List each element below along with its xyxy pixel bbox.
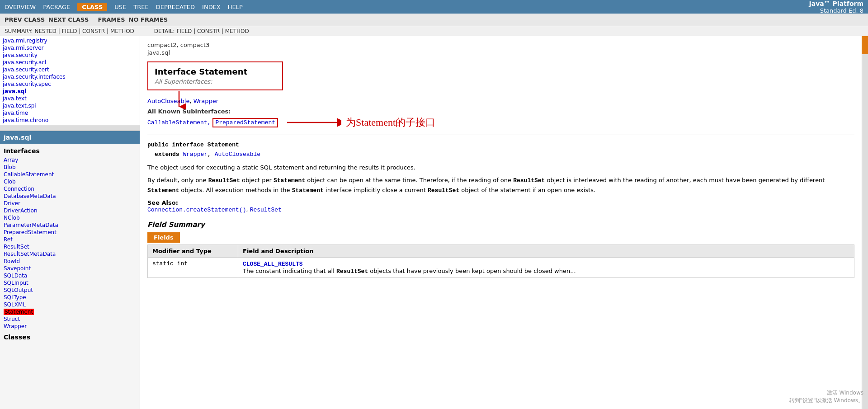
platform-main-title: Java™ Platform xyxy=(809,0,863,7)
sidebar-item-resultsetmetadata[interactable]: ResultSetMetaData xyxy=(4,250,136,258)
callablestatement-text: CallableStatement, xyxy=(147,119,211,126)
top-navigation: OVERVIEW PACKAGE CLASS USE TREE DEPRECAT… xyxy=(0,0,868,14)
nav-tree[interactable]: TREE xyxy=(133,4,148,10)
subinterfaces-content: CallableStatement, PreparedStatement xyxy=(147,118,278,127)
preparedstatement-boxed: PreparedStatement xyxy=(212,118,278,127)
sidebar-bottom: java.sql Interfaces Array Blob CallableS… xyxy=(0,131,140,409)
sidebar-item-blob[interactable]: Blob xyxy=(4,164,136,171)
sidebar-item-connection[interactable]: Connection xyxy=(4,185,136,193)
sidebar-item-clob[interactable]: Clob xyxy=(4,178,136,185)
package-list-item[interactable]: java.security.cert xyxy=(0,66,140,73)
right-arrow-icon xyxy=(287,116,341,129)
nav-class-active[interactable]: CLASS xyxy=(77,3,107,11)
package-list-item[interactable]: java.security.interfaces xyxy=(0,73,140,80)
interface-box: Interface Statement All Superinterfaces: xyxy=(147,61,283,90)
no-frames-link[interactable]: NO FRAMES xyxy=(129,16,168,23)
sidebar-item-statement[interactable]: Statement xyxy=(4,308,136,315)
summary-bar: SUMMARY: NESTED | FIELD | CONSTR | METHO… xyxy=(0,26,868,36)
interfaces-list: Array Blob CallableStatement Clob Connec… xyxy=(0,156,140,341)
nav-help[interactable]: HELP xyxy=(228,4,243,10)
fields-tab[interactable]: Fields xyxy=(147,232,180,243)
package-list-item[interactable]: java.time.chrono xyxy=(0,117,140,124)
sidebar-item-wrapper[interactable]: Wrapper xyxy=(4,323,136,330)
wrapper-link[interactable]: Wrapper xyxy=(193,98,218,104)
close-all-results-link[interactable]: CLOSE_ALL_RESULTS xyxy=(243,260,303,267)
sidebar-item-struct[interactable]: Struct xyxy=(4,315,136,323)
sidebar-item-array[interactable]: Array xyxy=(4,156,136,164)
platform-sub-title: Standard Ed. 8 xyxy=(809,7,863,14)
package-list-item[interactable]: java.rmi.registry xyxy=(0,37,140,44)
sidebar-item-sqlxml[interactable]: SQLXML xyxy=(4,301,136,308)
field-description-header: Field and Description xyxy=(238,244,854,257)
see-also-label: See Also: xyxy=(147,199,178,206)
package-list: java.rmi.registry java.rmi.server java.s… xyxy=(0,36,140,125)
interface-box-container: Interface Statement All Superinterfaces: xyxy=(147,57,283,93)
package-list-item[interactable]: java.security.acl xyxy=(0,59,140,66)
all-superinterfaces-label: All Superinterfaces: xyxy=(155,78,276,85)
second-navigation: PREV CLASS NEXT CLASS FRAMES NO FRAMES xyxy=(0,14,868,26)
interface-title: Interface Statement xyxy=(155,67,276,76)
compact-line: compact2, compact3 xyxy=(147,42,854,48)
annotation-text: 为Statement的子接口 xyxy=(346,116,435,129)
nav-use[interactable]: USE xyxy=(114,4,126,10)
scrollbar-thumb xyxy=(862,36,868,54)
sidebar-item-sqloutput[interactable]: SQLOutput xyxy=(4,287,136,294)
nav-package[interactable]: PACKAGE xyxy=(43,4,70,10)
sidebar-item-resultset[interactable]: ResultSet xyxy=(4,243,136,250)
superinterfaces-line: AutoCloseable, Wrapper xyxy=(147,98,854,104)
resultset-link[interactable]: ResultSet xyxy=(250,207,282,213)
nav-overview[interactable]: OVERVIEW xyxy=(5,4,36,10)
package-list-item[interactable]: java.security xyxy=(0,52,140,59)
arrow-annotation: 为Statement的子接口 xyxy=(287,116,435,129)
package-list-item[interactable]: java.sql xyxy=(0,88,140,95)
package-list-item[interactable]: java.text xyxy=(0,95,140,102)
next-class-link[interactable]: NEXT CLASS xyxy=(48,16,89,23)
field-cell: CLOSE_ALL_RESULTS The constant indicatin… xyxy=(238,257,854,277)
sidebar-item-rowid[interactable]: RowId xyxy=(4,258,136,265)
package-list-item[interactable]: java.security.spec xyxy=(0,80,140,88)
sidebar-item-sqltype[interactable]: SQLType xyxy=(4,294,136,301)
field-summary: Field Summary Fields Modifier and Type F… xyxy=(147,221,854,278)
main-layout: java.rmi.registry java.rmi.server java.s… xyxy=(0,36,868,409)
nav-index[interactable]: INDEX xyxy=(202,4,221,10)
nav-deprecated[interactable]: DEPRECATED xyxy=(156,4,195,10)
package-list-item[interactable]: java.rmi.server xyxy=(0,44,140,52)
package-list-item[interactable]: java.text.spi xyxy=(0,102,140,109)
package-list-item[interactable]: java.time xyxy=(0,109,140,117)
right-scrollbar[interactable] xyxy=(862,36,868,409)
sidebar-package-header: java.sql xyxy=(0,131,140,144)
main-content: compact2, compact3 java.sql Interface St… xyxy=(140,36,862,409)
platform-title: Java™ Platform Standard Ed. 8 xyxy=(809,0,863,14)
description-1: The object used for executing a static S… xyxy=(147,163,854,173)
public-declaration: public interface Statement extends Wrapp… xyxy=(147,141,854,160)
frames-link[interactable]: FRAMES xyxy=(98,16,125,23)
detail-text: DETAIL: FIELD | CONSTR | METHOD xyxy=(154,28,249,34)
sidebar-item-nclob[interactable]: NClob xyxy=(4,214,136,221)
table-row: static int CLOSE_ALL_RESULTS The constan… xyxy=(148,257,854,277)
horizontal-scrollbar[interactable] xyxy=(0,125,140,130)
sidebar-item-sqlinput[interactable]: SQLInput xyxy=(4,279,136,287)
sidebar-item-parametermetadata[interactable]: ParameterMetaData xyxy=(4,221,136,229)
modifier-type-header: Modifier and Type xyxy=(148,244,238,257)
fields-table: Modifier and Type Field and Description … xyxy=(147,244,854,278)
sidebar-item-ref[interactable]: Ref xyxy=(4,236,136,243)
interfaces-section-title: Interfaces xyxy=(0,144,140,156)
fields-table-header-row: Modifier and Type Field and Description xyxy=(148,244,854,257)
sidebar-item-callablestatement[interactable]: CallableStatement xyxy=(4,171,136,178)
all-known-subinterfaces-label: All Known Subinterfaces: xyxy=(147,108,854,115)
sidebar-item-preparedstatement[interactable]: PreparedStatement xyxy=(4,229,136,236)
sidebar-top-list: java.rmi.registry java.rmi.server java.s… xyxy=(0,36,140,131)
field-summary-title: Field Summary xyxy=(147,221,854,229)
package-line: java.sql xyxy=(147,49,854,56)
connection-create-statement-link[interactable]: Connection.createStatement() xyxy=(147,207,246,213)
sidebar-item-driver[interactable]: Driver xyxy=(4,200,136,207)
description-2: By default, only one ResultSet object pe… xyxy=(147,176,854,196)
sidebar-item-savepoint[interactable]: Savepoint xyxy=(4,265,136,272)
prev-class-link[interactable]: PREV CLASS xyxy=(5,16,45,23)
sidebar-classes-header: Classes xyxy=(4,330,136,341)
sidebar-item-sqldata[interactable]: SQLData xyxy=(4,272,136,279)
modifier-cell: static int xyxy=(148,257,238,277)
sidebar-item-databasemetadata[interactable]: DatabaseMetaData xyxy=(4,193,136,200)
nav-links: OVERVIEW PACKAGE CLASS USE TREE DEPRECAT… xyxy=(5,3,243,11)
sidebar-item-driveraction[interactable]: DriverAction xyxy=(4,207,136,214)
